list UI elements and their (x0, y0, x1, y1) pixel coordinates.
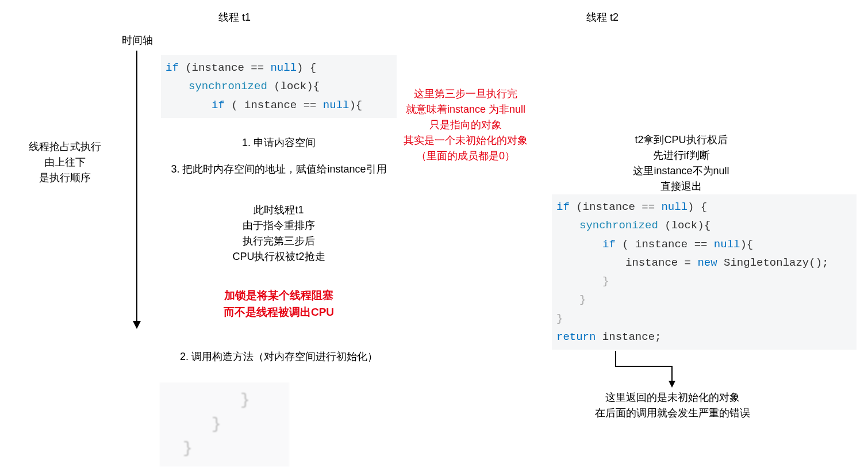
red-l5: （里面的成员都是0） (385, 148, 546, 164)
code-t1-line3: if ( instance == null){ (166, 96, 392, 114)
brace-1: } (171, 388, 278, 412)
code-t2-line4: instance = new Singletonlazy(); (556, 254, 852, 272)
code-t2-line2: synchronized (lock){ (556, 216, 852, 235)
code-t1-line1: if (instance == null) { (166, 59, 392, 77)
thread-t2-header: 线程 t2 (586, 10, 619, 24)
t2-arrow-v2 (671, 366, 673, 382)
t2-top-l4: 直接退出 (598, 179, 765, 194)
step-2: 2. 调用构造方法（对内存空间进行初始化） (149, 350, 408, 363)
t2-arrow-head (669, 381, 675, 388)
t1-bold-note: 加锁是将某个线程阻塞 而不是线程被调出CPU (178, 288, 379, 320)
t2-arrow-v1 (615, 351, 616, 367)
code-t2-line8: return instance; (556, 328, 852, 346)
left-note-line1: 线程抢占式执行 (16, 139, 114, 155)
t1-mid-l3: 执行完第三步后 (178, 233, 379, 249)
timeline-arrow-shaft (136, 51, 137, 322)
red-annotation: 这里第三步一旦执行完 就意味着instance 为非null 只是指向的对象 其… (385, 86, 546, 164)
t2-top-note: t2拿到CPU执行权后 先进行if判断 这里instance不为null 直接退… (598, 132, 765, 194)
t2-bottom-l2: 在后面的调用就会发生严重的错误 (569, 405, 776, 421)
brace-2: } (171, 412, 278, 436)
red-l1: 这里第三步一旦执行完 (385, 86, 546, 102)
closing-braces-box: } } } (160, 382, 289, 466)
t1-mid-l4: CPU执行权被t2抢走 (178, 249, 379, 265)
thread-t1-header: 线程 t1 (218, 10, 251, 24)
left-note-line3: 是执行顺序 (16, 170, 114, 186)
code-t2-line3: if ( instance == null){ (556, 235, 852, 254)
red-l2: 就意味着instance 为非null (385, 102, 546, 117)
brace-3: } (171, 436, 278, 461)
left-note-line2: 由上往下 (16, 155, 114, 170)
code-t2-line6: } (556, 290, 852, 309)
t1-mid-l2: 由于指令重排序 (178, 218, 379, 233)
red-l4: 其实是一个未初始化的对象 (385, 133, 546, 148)
t2-bottom-note: 这里返回的是未初始化的对象 在后面的调用就会发生严重的错误 (569, 390, 776, 421)
t2-top-l2: 先进行if判断 (598, 148, 765, 163)
t2-arrow-h (615, 366, 673, 367)
t1-mid-note: 此时线程t1 由于指令重排序 执行完第三步后 CPU执行权被t2抢走 (178, 202, 379, 265)
t2-bottom-l1: 这里返回的是未初始化的对象 (569, 390, 776, 405)
code-t2-line1: if (instance == null) { (556, 198, 852, 216)
timeline-arrow-head (133, 321, 141, 329)
code-t2-line5: } (556, 272, 852, 290)
code-t1-line2: synchronized (lock){ (166, 77, 392, 95)
t2-top-l3: 这里instance不为null (598, 163, 765, 179)
code-block-t2: if (instance == null) { synchronized (lo… (552, 194, 857, 350)
t2-top-l1: t2拿到CPU执行权后 (598, 132, 765, 148)
step-3: 3. 把此时内存空间的地址，赋值给instance引用 (149, 162, 408, 176)
left-note: 线程抢占式执行 由上往下 是执行顺序 (16, 139, 114, 186)
t1-bold-l2: 而不是线程被调出CPU (178, 304, 379, 321)
timeline-label: 时间轴 (122, 33, 153, 47)
code-t2-line7: } (556, 309, 852, 328)
red-l3: 只是指向的对象 (385, 117, 546, 133)
t1-bold-l1: 加锁是将某个线程阻塞 (178, 288, 379, 304)
step-1: 1. 申请内容空间 (161, 136, 397, 150)
code-block-t1: if (instance == null) { synchronized (lo… (161, 55, 397, 118)
t1-mid-l1: 此时线程t1 (178, 202, 379, 218)
